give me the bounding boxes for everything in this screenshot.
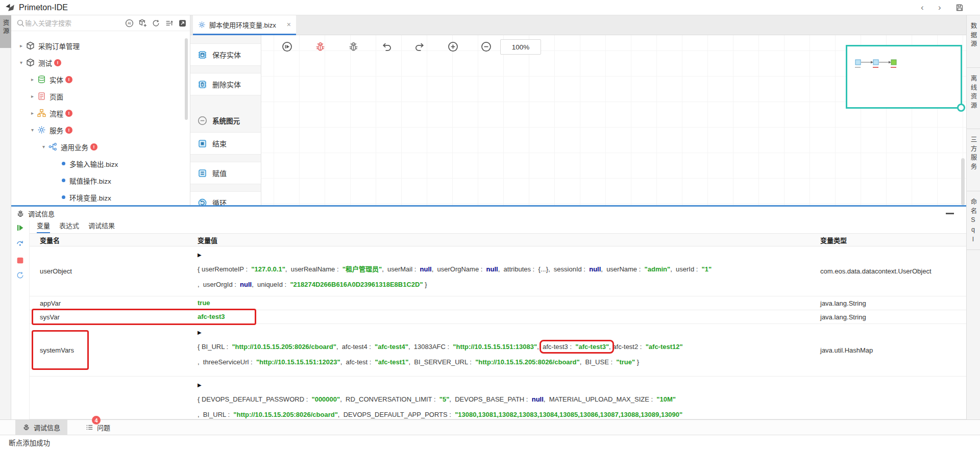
bottom-tab-调试信息[interactable]: 调试信息 <box>15 420 67 435</box>
palette-item-赋值[interactable]: 赋值 <box>190 162 261 184</box>
circled-play-icon[interactable] <box>282 41 292 52</box>
chevron-right-icon[interactable]: ▸ <box>29 77 36 82</box>
file-dot-icon <box>62 162 65 165</box>
variable-name: sysVar <box>30 310 190 323</box>
chevron-down-icon[interactable]: ▾ <box>29 127 36 133</box>
zoom-in-icon[interactable] <box>448 41 458 52</box>
tree-item-label: 流程 <box>50 108 63 118</box>
table-row-systemVars[interactable]: systemVars▶{ BI_URL : "http://10.15.15.2… <box>30 324 966 377</box>
resume-icon[interactable] <box>16 223 24 232</box>
bottom-tab-bar: 调试信息问题4 <box>0 419 980 435</box>
rail-tab-三方服务[interactable]: 三方服务 <box>967 129 980 191</box>
table-row-appVar[interactable]: appVartruejava.lang.String <box>30 296 966 310</box>
bug-red-icon[interactable] <box>315 41 326 52</box>
expand-icon[interactable]: ▶ <box>198 248 813 262</box>
refresh-icon[interactable] <box>152 19 160 28</box>
table-row-userObject[interactable]: userObject▶{ userRemoteIP : "127.0.0.1",… <box>30 246 966 296</box>
chevron-down-icon[interactable]: ▾ <box>40 144 47 149</box>
tree-item-赋值操作.bizx[interactable]: 赋值操作.bizx <box>11 172 190 189</box>
bottom-tab-问题[interactable]: 问题4 <box>79 420 117 435</box>
canvas-scrollbar[interactable] <box>961 158 965 205</box>
save-icon[interactable] <box>955 4 964 12</box>
table-row-env-vars[interactable]: ▶{ DEVOPS_DEFAULT_PASSWORD : "000000", R… <box>30 377 966 419</box>
minimap[interactable] <box>846 45 962 109</box>
canvas-toolbar <box>282 41 492 52</box>
new-project-icon[interactable] <box>138 19 147 28</box>
variable-value: ▶{ DEVOPS_DEFAULT_PASSWORD : "000000", R… <box>190 377 813 419</box>
tree-item-环境变量.bizx[interactable]: 环境变量.bizx <box>11 189 190 206</box>
rerun-icon[interactable] <box>16 271 24 280</box>
zoom-out-icon[interactable] <box>481 41 492 52</box>
tree-item-测试[interactable]: ▾测试! <box>11 54 190 71</box>
locate-icon[interactable] <box>178 19 187 28</box>
minimize-icon[interactable] <box>946 213 954 214</box>
status-bar: 断点添加成功 <box>0 435 980 449</box>
primeton-ide-window: Primeton-IDE ‹› 资源 AI ▸采购订单管理▾测试!▸实体!▸页面… <box>0 0 980 449</box>
tree-item-通用业务[interactable]: ▾通用业务! <box>11 138 190 155</box>
app-title: Primeton-IDE <box>19 3 68 12</box>
editor-tab-strip: 脚本使用环境变量.bizx × <box>190 15 966 35</box>
diagram-canvas[interactable]: 100% <box>261 35 966 205</box>
rail-tab-label: 离线资源 <box>969 75 978 129</box>
back-icon[interactable]: ‹ <box>921 4 929 12</box>
editor-tab[interactable]: 脚本使用环境变量.bizx × <box>193 15 296 35</box>
flow-icon <box>37 109 46 117</box>
gear-icon <box>198 21 206 29</box>
tree-item-多输入输出.bizx[interactable]: 多输入输出.bizx <box>11 155 190 172</box>
minimap-resize-handle[interactable] <box>957 104 965 112</box>
tree-item-采购订单管理[interactable]: ▸采购订单管理 <box>11 37 190 54</box>
rail-tab-命名Sql[interactable]: 命名Sql <box>967 191 980 250</box>
search-input[interactable] <box>25 19 123 27</box>
palette-item-结束[interactable]: 结束 <box>190 132 261 155</box>
chevron-right-icon[interactable]: ▸ <box>29 110 36 116</box>
tree-item-服务[interactable]: ▾服务! <box>11 121 190 138</box>
debug-tab-表达式[interactable]: 表达式 <box>59 220 79 233</box>
debug-tab-调试结果[interactable]: 调试结果 <box>88 220 115 233</box>
tree-item-实体[interactable]: ▸实体! <box>11 71 190 88</box>
left-rail: 资源 <box>0 15 11 419</box>
step-over-icon[interactable] <box>16 238 24 247</box>
palette-header-系统图元[interactable]: 系统图元 <box>190 114 261 127</box>
variable-value: ▶{ userRemoteIP : "127.0.0.1", userRealN… <box>190 246 813 296</box>
zoom-level[interactable]: 100% <box>500 39 541 55</box>
expand-icon[interactable]: ▶ <box>198 379 813 392</box>
primeton-logo-icon <box>5 3 15 12</box>
stop-icon[interactable] <box>16 256 24 265</box>
tree-item-label: 环境变量.bizx <box>69 192 111 203</box>
rail-tab-数据源[interactable]: 数据源 <box>967 15 980 68</box>
palette-item-保存实体[interactable]: 保存实体 <box>190 43 261 66</box>
error-badge: ! <box>65 76 72 83</box>
network-icon <box>48 142 57 151</box>
undo-icon[interactable] <box>381 41 392 52</box>
redo-icon[interactable] <box>414 41 425 52</box>
chevron-right-icon[interactable]: ▸ <box>29 93 36 99</box>
palette-item-删除实体[interactable]: 删除实体 <box>190 73 261 95</box>
explorer-search-row: AI <box>11 15 190 31</box>
bug-gray-icon[interactable] <box>348 41 359 52</box>
explorer-scrollbar[interactable] <box>185 38 188 120</box>
close-icon[interactable]: × <box>287 20 291 29</box>
tree-item-页面[interactable]: ▸页面 <box>11 88 190 105</box>
rail-tab-离线资源[interactable]: 离线资源 <box>967 68 980 129</box>
debug-tab-变量[interactable]: 变量 <box>37 220 50 233</box>
shape-palette: 保存实体删除实体系统图元结束赋值循环 <box>190 35 261 205</box>
collapse-minus-icon <box>198 116 207 126</box>
table-row-sysVar[interactable]: sysVarafc-test3java.lang.String <box>30 310 966 324</box>
palette-item-label: 结束 <box>212 138 227 148</box>
palette-item-循环[interactable]: 循环 <box>190 191 261 205</box>
palette-item-label: 系统图元 <box>212 115 240 126</box>
titlebar-actions: ‹› <box>921 4 964 12</box>
tree-item-流程[interactable]: ▸流程! <box>11 105 190 121</box>
palette-item-label: 循环 <box>212 197 227 205</box>
expand-icon[interactable]: ▶ <box>198 326 813 339</box>
forward-icon[interactable]: › <box>938 4 946 12</box>
editor-tab-label: 脚本使用环境变量.bizx <box>209 20 283 30</box>
sort-icon[interactable] <box>165 19 174 28</box>
chevron-down-icon[interactable]: ▾ <box>17 60 25 65</box>
page-icon <box>37 92 46 101</box>
ai-assist-icon[interactable]: AI <box>125 19 134 28</box>
variable-type: java.lang.String <box>813 296 966 310</box>
rail-tab-resources[interactable]: 资源 <box>0 15 11 48</box>
variables-table-header: 变量名变量值变量类型 <box>30 234 966 246</box>
chevron-right-icon[interactable]: ▸ <box>17 43 25 48</box>
